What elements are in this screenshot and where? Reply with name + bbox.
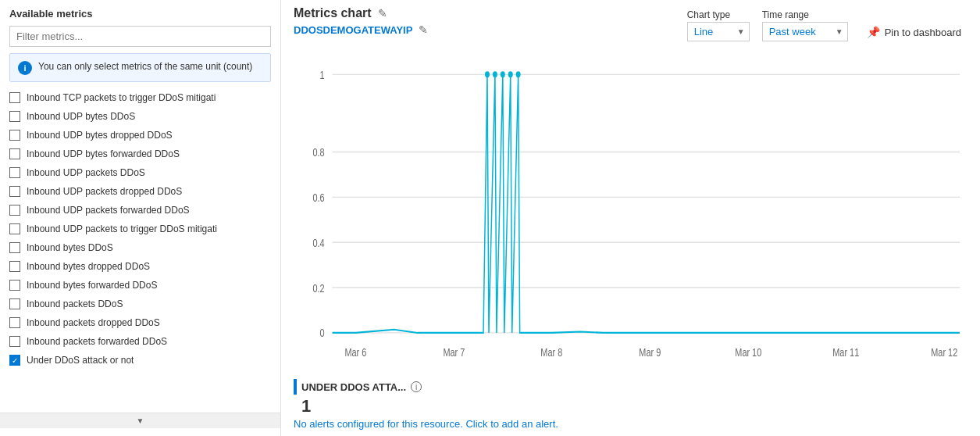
legend-info-icon[interactable]: i <box>411 381 422 392</box>
svg-text:1: 1 <box>320 68 325 81</box>
metric-checkbox[interactable] <box>9 92 20 103</box>
metric-label: Inbound UDP bytes forwarded DDoS <box>27 148 180 159</box>
metric-label: Inbound UDP bytes dropped DDoS <box>27 130 173 141</box>
metric-item[interactable]: Inbound bytes forwarded DDoS <box>0 276 280 295</box>
pin-to-dashboard-button[interactable]: 📌 Pin to dashboard <box>861 23 968 41</box>
svg-text:Mar 9: Mar 9 <box>639 345 661 359</box>
resource-row: DDOSDEMOGATEWAYIP ✎ <box>294 23 428 36</box>
metric-label: Inbound UDP packets dropped DDoS <box>27 186 182 197</box>
metric-checkbox[interactable] <box>9 167 20 178</box>
chart-title: Metrics chart <box>294 6 372 20</box>
metric-checkbox[interactable] <box>9 298 20 309</box>
metric-item[interactable]: Inbound UDP packets DDoS <box>0 163 280 182</box>
legend-metric-label: UNDER DDOS ATTA... <box>301 381 406 393</box>
metric-checkbox[interactable] <box>9 242 20 253</box>
right-panel: Metrics chart ✎ DDOSDEMOGATEWAYIP ✎ Char… <box>281 0 980 436</box>
metric-item[interactable]: Inbound UDP bytes dropped DDoS <box>0 126 280 145</box>
resource-name: DDOSDEMOGATEWAYIP <box>294 24 412 36</box>
pin-icon: 📌 <box>867 26 880 38</box>
svg-text:Mar 7: Mar 7 <box>443 345 465 359</box>
svg-text:Mar 6: Mar 6 <box>344 345 366 359</box>
metrics-chart-svg: 0 0.2 0.4 0.6 0.8 1 Mar 6 Mar 7 Mar 8 Ma… <box>294 42 968 376</box>
metric-item[interactable]: Inbound UDP packets to trigger DDoS miti… <box>0 220 280 238</box>
metric-checkbox[interactable] <box>9 223 20 234</box>
metric-label: Inbound packets DDoS <box>27 298 123 309</box>
metric-label: Under DDoS attack or not <box>27 355 134 366</box>
metric-checkbox[interactable] <box>9 111 20 122</box>
metrics-list: Inbound TCP packets to trigger DDoS miti… <box>0 88 280 413</box>
metric-item[interactable]: Inbound packets forwarded DDoS <box>0 332 280 351</box>
metric-item[interactable]: Inbound UDP bytes DDoS <box>0 107 280 126</box>
main-container: Available metrics i You can only select … <box>0 0 980 436</box>
metric-label: Inbound bytes forwarded DDoS <box>27 280 157 291</box>
metric-label: Inbound bytes DDoS <box>27 242 113 253</box>
metric-label: Inbound UDP packets forwarded DDoS <box>27 205 190 216</box>
metric-item[interactable]: Inbound packets DDoS <box>0 295 280 313</box>
svg-point-22 <box>508 71 513 77</box>
metric-label: Inbound UDP packets to trigger DDoS miti… <box>27 223 217 234</box>
info-message: You can only select metrics of the same … <box>38 60 252 73</box>
filter-input[interactable] <box>9 26 271 47</box>
svg-text:Mar 8: Mar 8 <box>540 345 562 359</box>
svg-text:0.8: 0.8 <box>313 145 325 159</box>
svg-text:0.6: 0.6 <box>313 191 325 204</box>
time-range-select-wrap: Past week Past hour Past day Past month … <box>762 22 848 41</box>
svg-text:0.4: 0.4 <box>313 236 325 249</box>
chart-header: Metrics chart ✎ <box>294 6 428 20</box>
metric-item[interactable]: Under DDoS attack or not <box>0 351 280 370</box>
metric-label: Inbound TCP packets to trigger DDoS miti… <box>27 92 216 103</box>
metric-item[interactable]: Inbound UDP packets forwarded DDoS <box>0 201 280 220</box>
resource-edit-icon[interactable]: ✎ <box>419 23 428 36</box>
metric-item[interactable]: Inbound UDP packets dropped DDoS <box>0 182 280 201</box>
metric-item[interactable]: Inbound bytes DDoS <box>0 238 280 257</box>
chart-area: 0 0.2 0.4 0.6 0.8 1 Mar 6 Mar 7 Mar 8 Ma… <box>294 42 968 376</box>
metric-item[interactable]: Inbound packets dropped DDoS <box>0 313 280 332</box>
svg-text:0: 0 <box>320 327 325 340</box>
svg-text:Mar 12: Mar 12 <box>931 345 957 359</box>
svg-text:Mar 11: Mar 11 <box>832 345 859 359</box>
left-panel: Available metrics i You can only select … <box>0 0 281 436</box>
bottom-info: UNDER DDOS ATTA... i 1 No alerts configu… <box>294 379 968 430</box>
svg-point-21 <box>501 71 505 77</box>
metric-checkbox[interactable] <box>9 355 20 366</box>
metric-label: Inbound packets dropped DDoS <box>27 317 160 328</box>
metric-checkbox[interactable] <box>9 130 20 141</box>
metric-item[interactable]: Inbound TCP packets to trigger DDoS miti… <box>0 88 280 107</box>
panel-title: Available metrics <box>0 8 280 26</box>
filter-wrap <box>0 26 280 53</box>
metric-label: Inbound UDP packets DDoS <box>27 167 145 178</box>
info-box: i You can only select metrics of the sam… <box>9 53 271 82</box>
svg-text:Mar 10: Mar 10 <box>735 345 761 359</box>
legend-row: UNDER DDOS ATTA... i <box>294 379 968 395</box>
chart-title-edit-icon[interactable]: ✎ <box>378 7 387 20</box>
metric-checkbox[interactable] <box>9 205 20 216</box>
metric-checkbox[interactable] <box>9 317 20 328</box>
chart-type-select[interactable]: Line Bar Area <box>687 22 750 41</box>
chart-type-select-wrap: Line Bar Area ▼ <box>687 22 750 41</box>
time-range-control: Time range Past week Past hour Past day … <box>762 9 848 41</box>
time-range-select[interactable]: Past week Past hour Past day Past month <box>762 22 848 41</box>
metric-checkbox[interactable] <box>9 336 20 347</box>
info-icon: i <box>18 61 32 75</box>
svg-point-19 <box>485 71 490 77</box>
metric-checkbox[interactable] <box>9 186 20 197</box>
metric-checkbox[interactable] <box>9 280 20 291</box>
metric-checkbox[interactable] <box>9 148 20 159</box>
time-range-label: Time range <box>762 9 848 20</box>
add-alert-link[interactable]: No alerts configured for this resource. … <box>294 418 968 430</box>
metric-count: 1 <box>294 396 968 416</box>
svg-point-23 <box>516 71 521 77</box>
metric-checkbox[interactable] <box>9 261 20 272</box>
chart-type-label: Chart type <box>687 9 750 20</box>
svg-point-20 <box>493 71 497 77</box>
scroll-down-arrow[interactable]: ▼ <box>0 413 280 428</box>
metric-item[interactable]: Inbound bytes dropped DDoS <box>0 257 280 276</box>
metric-label: Inbound packets forwarded DDoS <box>27 336 167 347</box>
pin-label: Pin to dashboard <box>885 27 961 38</box>
chart-type-control: Chart type Line Bar Area ▼ <box>687 9 750 41</box>
metric-item[interactable]: Inbound UDP bytes forwarded DDoS <box>0 145 280 163</box>
metric-label: Inbound UDP bytes DDoS <box>27 111 135 122</box>
svg-text:0.2: 0.2 <box>313 281 325 295</box>
legend-color-bar <box>294 379 297 395</box>
metric-label: Inbound bytes dropped DDoS <box>27 261 150 272</box>
